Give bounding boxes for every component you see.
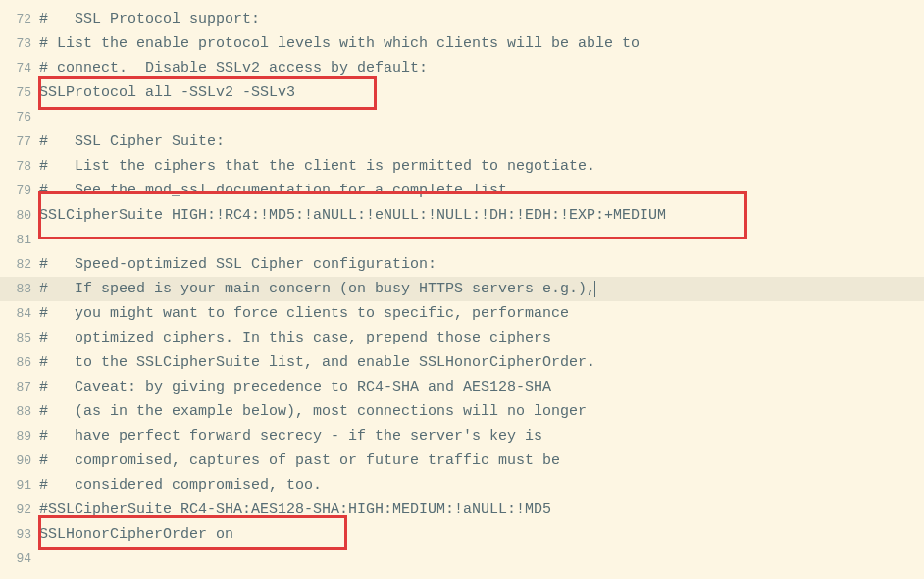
line-number: 76 bbox=[0, 105, 39, 130]
line-number: 72 bbox=[0, 7, 39, 31]
code-line[interactable]: 94 bbox=[0, 547, 924, 571]
line-number: 77 bbox=[0, 130, 39, 154]
line-number: 80 bbox=[0, 203, 39, 228]
line-number: 83 bbox=[0, 277, 39, 301]
line-number: 91 bbox=[0, 473, 39, 498]
line-number: 94 bbox=[0, 547, 39, 571]
code-line[interactable]: 88# (as in the example below), most conn… bbox=[0, 399, 924, 424]
code-line[interactable]: 75SSLProtocol all -SSLv2 -SSLv3 bbox=[0, 80, 924, 105]
code-text[interactable]: # optimized ciphers. In this case, prepe… bbox=[39, 326, 551, 350]
code-text[interactable]: # If speed is your main concern (on busy… bbox=[39, 277, 595, 301]
code-line[interactable]: 87# Caveat: by giving precedence to RC4-… bbox=[0, 375, 924, 399]
code-text[interactable]: SSLProtocol all -SSLv2 -SSLv3 bbox=[39, 80, 295, 105]
code-text[interactable]: # List the enable protocol levels with w… bbox=[39, 31, 640, 56]
code-line[interactable]: 83# If speed is your main concern (on bu… bbox=[0, 277, 924, 301]
line-number: 74 bbox=[0, 56, 39, 80]
code-text[interactable]: # SSL Cipher Suite: bbox=[39, 130, 225, 154]
code-text[interactable]: # (as in the example below), most connec… bbox=[39, 399, 587, 424]
code-text[interactable]: SSLHonorCipherOrder on bbox=[39, 522, 233, 547]
code-line[interactable]: 91# considered compromised, too. bbox=[0, 473, 924, 498]
code-line[interactable]: 90# compromised, captures of past or fut… bbox=[0, 448, 924, 473]
code-editor[interactable]: 72# SSL Protocol support:73# List the en… bbox=[0, 0, 924, 571]
code-line[interactable]: 93SSLHonorCipherOrder on bbox=[0, 522, 924, 547]
line-number: 73 bbox=[0, 31, 39, 56]
line-number: 93 bbox=[0, 522, 39, 547]
line-number: 81 bbox=[0, 228, 39, 252]
code-line[interactable]: 76 bbox=[0, 105, 924, 130]
line-number: 79 bbox=[0, 179, 39, 203]
line-number: 92 bbox=[0, 498, 39, 522]
code-line[interactable]: 74# connect. Disable SSLv2 access by def… bbox=[0, 56, 924, 80]
code-text[interactable]: # connect. Disable SSLv2 access by defau… bbox=[39, 56, 428, 80]
code-text[interactable]: # you might want to force clients to spe… bbox=[39, 301, 569, 326]
code-line[interactable]: 80SSLCipherSuite HIGH:!RC4:!MD5:!aNULL:!… bbox=[0, 203, 924, 228]
code-line[interactable]: 79# See the mod_ssl documentation for a … bbox=[0, 179, 924, 203]
code-line[interactable]: 92#SSLCipherSuite RC4-SHA:AES128-SHA:HIG… bbox=[0, 498, 924, 522]
text-caret bbox=[594, 281, 595, 297]
code-line[interactable]: 85# optimized ciphers. In this case, pre… bbox=[0, 326, 924, 350]
line-number: 90 bbox=[0, 448, 39, 473]
line-number: 85 bbox=[0, 326, 39, 350]
code-text[interactable]: SSLCipherSuite HIGH:!RC4:!MD5:!aNULL:!eN… bbox=[39, 203, 666, 228]
line-number: 78 bbox=[0, 154, 39, 179]
line-number: 84 bbox=[0, 301, 39, 326]
code-text[interactable]: # List the ciphers that the client is pe… bbox=[39, 154, 595, 179]
code-text[interactable]: # Caveat: by giving precedence to RC4-SH… bbox=[39, 375, 551, 399]
line-number: 82 bbox=[0, 252, 39, 277]
line-number: 87 bbox=[0, 375, 39, 399]
code-line[interactable]: 72# SSL Protocol support: bbox=[0, 7, 924, 31]
code-text[interactable]: #SSLCipherSuite RC4-SHA:AES128-SHA:HIGH:… bbox=[39, 498, 551, 522]
code-text[interactable]: # SSL Protocol support: bbox=[39, 7, 260, 31]
line-number: 86 bbox=[0, 350, 39, 375]
code-line[interactable]: 82# Speed-optimized SSL Cipher configura… bbox=[0, 252, 924, 277]
code-text[interactable]: # considered compromised, too. bbox=[39, 473, 322, 498]
line-number: 75 bbox=[0, 80, 39, 105]
line-number: 88 bbox=[0, 399, 39, 424]
code-line[interactable]: 84# you might want to force clients to s… bbox=[0, 301, 924, 326]
code-line[interactable]: 78# List the ciphers that the client is … bbox=[0, 154, 924, 179]
code-line[interactable]: 86# to the SSLCipherSuite list, and enab… bbox=[0, 350, 924, 375]
code-line[interactable]: 73# List the enable protocol levels with… bbox=[0, 31, 924, 56]
code-text[interactable]: # Speed-optimized SSL Cipher configurati… bbox=[39, 252, 436, 277]
code-text[interactable]: # to the SSLCipherSuite list, and enable… bbox=[39, 350, 595, 375]
code-text[interactable]: # See the mod_ssl documentation for a co… bbox=[39, 179, 516, 203]
code-text[interactable]: # compromised, captures of past or futur… bbox=[39, 448, 560, 473]
code-line[interactable]: 81 bbox=[0, 228, 924, 252]
code-line[interactable]: 89# have perfect forward secrecy - if th… bbox=[0, 424, 924, 448]
code-line[interactable]: 77# SSL Cipher Suite: bbox=[0, 130, 924, 154]
line-number: 89 bbox=[0, 424, 39, 448]
code-text[interactable]: # have perfect forward secrecy - if the … bbox=[39, 424, 542, 448]
